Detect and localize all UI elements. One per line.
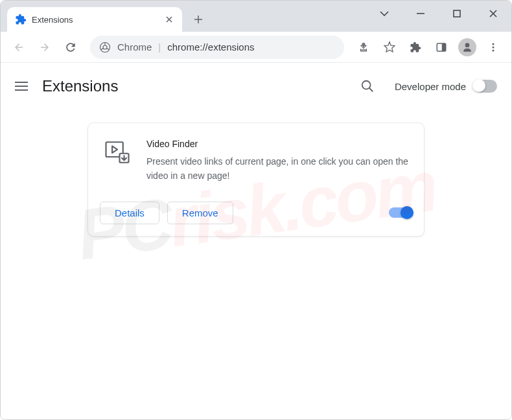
svg-point-8 <box>493 46 495 48</box>
menu-hamburger-button[interactable] <box>15 82 28 91</box>
extension-enable-toggle[interactable] <box>389 207 412 218</box>
extension-name: Video Finder <box>146 139 408 149</box>
svg-rect-1 <box>454 10 460 17</box>
share-icon <box>358 41 369 53</box>
star-icon <box>383 41 396 54</box>
browser-toolbar: Chrome | chrome://extensions <box>1 32 511 63</box>
browser-tab[interactable]: Extensions <box>7 7 182 32</box>
browser-window: Extensions <box>0 0 512 420</box>
window-minimize-button[interactable] <box>402 1 439 27</box>
puzzle-piece-icon <box>410 41 421 53</box>
omnibox-source-label: Chrome <box>117 41 152 52</box>
back-button[interactable] <box>7 36 30 59</box>
extensions-page: Extensions Developer mode <box>1 63 511 419</box>
svg-rect-0 <box>417 13 425 14</box>
share-button[interactable] <box>352 36 375 59</box>
svg-point-9 <box>493 49 495 51</box>
developer-mode-control: Developer mode <box>395 80 497 93</box>
omnibox[interactable]: Chrome | chrome://extensions <box>90 36 344 59</box>
puzzle-piece-icon <box>15 14 27 25</box>
window-controls <box>366 1 511 27</box>
svg-point-3 <box>103 45 107 49</box>
extension-info: Video Finder Present video links of curr… <box>146 139 408 183</box>
kebab-icon <box>488 42 498 52</box>
extension-description: Present video links of current page, in … <box>146 154 408 183</box>
forward-button[interactable] <box>33 36 56 59</box>
tab-strip: Extensions <box>1 1 511 32</box>
extension-footer: Details Remove <box>88 194 424 236</box>
tab-title: Extensions <box>32 15 159 25</box>
sidepanel-icon <box>436 41 447 53</box>
svg-point-10 <box>362 81 371 89</box>
new-tab-button[interactable] <box>189 10 208 29</box>
maximize-icon <box>453 10 461 18</box>
sidepanel-button[interactable] <box>430 36 453 59</box>
chevron-down-icon <box>380 11 389 16</box>
plus-icon <box>194 15 203 24</box>
reload-icon <box>64 41 77 54</box>
arrow-right-icon <box>39 41 51 53</box>
search-button[interactable] <box>355 73 380 99</box>
close-icon <box>166 16 172 23</box>
close-icon <box>489 10 497 18</box>
developer-mode-toggle[interactable] <box>474 80 497 93</box>
arrow-left-icon <box>13 41 25 53</box>
reload-button[interactable] <box>59 36 82 59</box>
developer-mode-label: Developer mode <box>395 81 466 92</box>
menu-button[interactable] <box>482 36 505 59</box>
page-title: Extensions <box>42 77 340 95</box>
remove-button[interactable]: Remove <box>167 202 233 224</box>
bookmark-button[interactable] <box>378 36 401 59</box>
extensions-button[interactable] <box>404 36 427 59</box>
search-icon <box>360 79 375 93</box>
minimize-icon <box>417 13 425 14</box>
video-finder-icon <box>104 139 131 166</box>
omnibox-url: chrome://extensions <box>167 41 335 52</box>
omnibox-separator: | <box>158 41 161 52</box>
svg-point-6 <box>465 43 470 47</box>
svg-rect-5 <box>442 43 446 51</box>
extension-card: Video Finder Present video links of curr… <box>87 122 425 237</box>
svg-point-7 <box>493 43 495 45</box>
extensions-list: Video Finder Present video links of curr… <box>1 110 511 250</box>
window-dropdown-button[interactable] <box>366 1 402 27</box>
extension-body: Video Finder Present video links of curr… <box>88 123 424 194</box>
window-close-button[interactable] <box>475 1 511 27</box>
person-icon <box>461 41 474 54</box>
window-maximize-button[interactable] <box>439 1 475 27</box>
details-button[interactable]: Details <box>100 202 159 224</box>
tab-close-button[interactable] <box>164 14 174 25</box>
chrome-icon <box>99 41 111 53</box>
page-header: Extensions Developer mode <box>1 63 511 110</box>
profile-avatar[interactable] <box>458 38 476 56</box>
